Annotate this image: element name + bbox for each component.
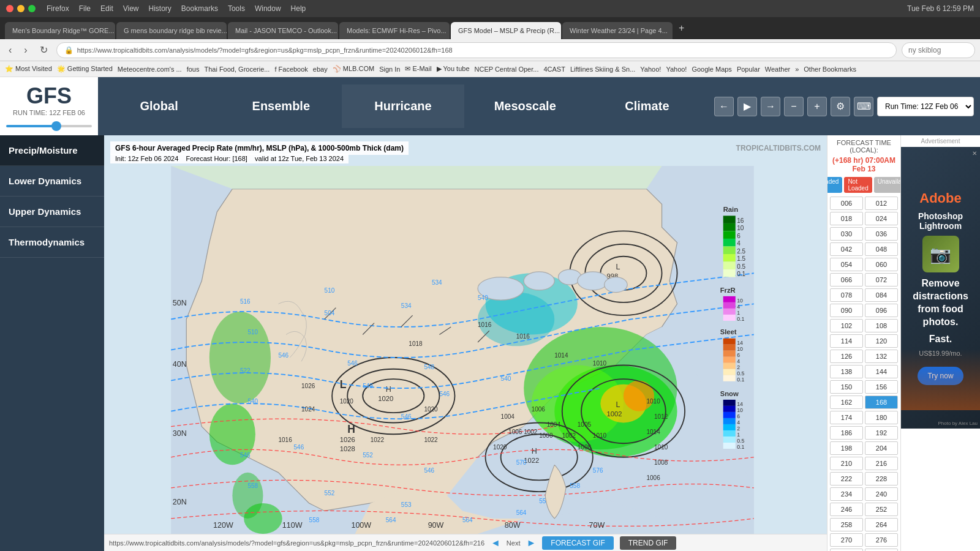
nav-global[interactable]: Global — [98, 84, 220, 128]
bookmark-liftlines[interactable]: Liftlines Skiing & Sn... — [570, 66, 635, 73]
nav-ensemble[interactable]: Ensemble — [220, 84, 342, 128]
bookmark-more[interactable]: » — [795, 66, 799, 73]
status-not-loaded[interactable]: Not Loaded — [844, 177, 872, 193]
time-cell-282[interactable]: 282 — [830, 549, 863, 551]
prev-arrow[interactable]: ◄ — [491, 538, 500, 549]
tab-5[interactable]: Winter Weather 23/24 | Page 4... ✕ — [562, 22, 673, 39]
tab-1[interactable]: G mens boundary ridge bib revie... ✕ — [116, 22, 227, 39]
bookmark-yahoo2[interactable]: Yahoo! — [666, 66, 687, 73]
menu-bookmarks[interactable]: Bookmarks — [181, 4, 218, 13]
bookmark-thai[interactable]: Thai Food, Grocerie... — [204, 66, 270, 73]
time-cell-216[interactable]: 216 — [865, 457, 898, 470]
bookmark-mlb[interactable]: ⚾ MLB.COM — [333, 65, 374, 73]
time-cell-138[interactable]: 138 — [830, 365, 863, 378]
bookmark-meteo[interactable]: Meteocentre.com's ... — [118, 66, 182, 73]
time-cell-204[interactable]: 204 — [865, 441, 898, 455]
time-cell-090[interactable]: 090 — [830, 304, 863, 317]
sidebar-item-lower-dynamics[interactable]: Lower Dynamics — [0, 166, 104, 197]
time-cell-246[interactable]: 246 — [830, 503, 863, 516]
menu-file[interactable]: File — [79, 4, 91, 13]
minimize-window-btn[interactable] — [17, 5, 24, 12]
time-cell-192[interactable]: 192 — [865, 426, 898, 440]
tab-4[interactable]: GFS Model – MSLP & Precip (R... ✕ — [451, 22, 561, 39]
time-cell-252[interactable]: 252 — [865, 503, 898, 516]
run-time-select[interactable]: Run Time: 12Z Feb 06 Run Time: 06Z Feb 0… — [877, 97, 974, 116]
time-cell-126[interactable]: 126 — [830, 350, 863, 363]
bookmark-4cast[interactable]: 4CAST — [543, 66, 565, 73]
time-cell-054[interactable]: 054 — [830, 258, 863, 271]
settings-button[interactable]: ⚙ — [831, 97, 850, 116]
time-cell-024[interactable]: 024 — [865, 212, 898, 225]
time-cell-120[interactable]: 120 — [865, 334, 898, 348]
time-cell-114[interactable]: 114 — [830, 334, 863, 348]
forward-button[interactable]: › — [20, 43, 31, 57]
time-cell-036[interactable]: 036 — [865, 227, 898, 241]
keyboard-button[interactable]: ⌨ — [854, 97, 873, 116]
sidebar-item-upper-dynamics[interactable]: Upper Dynamics — [0, 197, 104, 227]
time-cell-102[interactable]: 102 — [830, 319, 863, 332]
bookmark-youtube[interactable]: ▶ You tube — [437, 65, 470, 73]
bookmark-email[interactable]: ✉ E-Mail — [405, 65, 431, 73]
time-cell-270[interactable]: 270 — [830, 533, 863, 547]
time-cell-234[interactable]: 234 — [830, 487, 863, 501]
time-cell-198[interactable]: 198 — [830, 441, 863, 455]
bookmark-getting-started[interactable]: 🌟 Getting Started — [57, 65, 113, 73]
bookmark-facebook[interactable]: f Facebook — [274, 66, 307, 73]
time-cell-042[interactable]: 042 — [830, 242, 863, 256]
maximize-window-btn[interactable] — [28, 5, 36, 12]
bookmark-fous[interactable]: fous — [187, 66, 200, 73]
menu-edit[interactable]: Edit — [100, 4, 113, 13]
time-cell-108[interactable]: 108 — [865, 319, 898, 332]
forecast-gif-button[interactable]: FORECAST GIF — [542, 536, 613, 550]
time-cell-150[interactable]: 150 — [830, 380, 863, 394]
url-bar[interactable]: 🔒 https://www.tropicaltidbits.com/analys… — [56, 42, 897, 58]
time-cell-072[interactable]: 072 — [865, 273, 898, 287]
zoom-in-button[interactable]: + — [807, 97, 827, 116]
tab-0[interactable]: Men's Boundary Ridge™ GORE... ✕ — [5, 22, 115, 39]
bookmark-weather[interactable]: Weather — [765, 66, 790, 73]
menu-window[interactable]: Window — [255, 4, 281, 13]
back-button[interactable]: ‹ — [5, 43, 15, 57]
time-cell-132[interactable]: 132 — [865, 350, 898, 363]
new-tab-button[interactable]: + — [674, 23, 689, 34]
time-cell-012[interactable]: 012 — [865, 197, 898, 210]
time-cell-060[interactable]: 060 — [865, 258, 898, 271]
bookmark-popular[interactable]: Popular — [737, 66, 760, 73]
close-window-btn[interactable] — [6, 5, 13, 12]
time-cell-084[interactable]: 084 — [865, 288, 898, 302]
tab-2[interactable]: Mail - JASON TEMCO - Outlook... ✕ — [228, 22, 338, 39]
time-cell-174[interactable]: 174 — [830, 411, 863, 424]
time-cell-228[interactable]: 228 — [865, 472, 898, 485]
time-cell-156[interactable]: 156 — [865, 380, 898, 394]
bookmark-most-visited[interactable]: ⭐ Most Visited — [5, 65, 52, 73]
time-cell-096[interactable]: 096 — [865, 304, 898, 317]
time-cell-168[interactable]: 168 — [865, 395, 898, 409]
bookmark-other[interactable]: Other Bookmarks — [804, 66, 856, 73]
time-cell-264[interactable]: 264 — [865, 518, 898, 531]
time-cell-288[interactable]: 288 — [865, 549, 898, 551]
bookmark-google-maps[interactable]: Google Maps — [692, 66, 731, 73]
menu-view[interactable]: View — [123, 4, 139, 13]
back-frame-button[interactable]: ← — [714, 97, 734, 116]
time-cell-258[interactable]: 258 — [830, 518, 863, 531]
time-cell-210[interactable]: 210 — [830, 457, 863, 470]
sidebar-item-thermodynamics[interactable]: Thermodynamics — [0, 227, 104, 258]
next-arrow[interactable]: ► — [526, 538, 536, 549]
sidebar-item-precip[interactable]: Precip/Moisture — [0, 135, 104, 166]
status-loaded[interactable]: Loaded — [827, 177, 842, 193]
time-cell-240[interactable]: 240 — [865, 487, 898, 501]
menu-firefox[interactable]: Firefox — [47, 4, 69, 13]
play-button[interactable]: ▶ — [737, 97, 757, 116]
time-cell-276[interactable]: 276 — [865, 533, 898, 547]
time-cell-066[interactable]: 066 — [830, 273, 863, 287]
next-label[interactable]: Next — [507, 539, 521, 547]
nav-climate[interactable]: Climate — [586, 84, 708, 128]
time-slider[interactable] — [6, 125, 92, 127]
tab-3[interactable]: Models: ECMWF Hi-Res – Pivo... ✕ — [339, 22, 450, 39]
time-cell-006[interactable]: 006 — [830, 197, 863, 210]
trend-gif-button[interactable]: TREND GIF — [620, 536, 677, 550]
ad-close-icon[interactable]: ✕ — [972, 150, 977, 157]
bookmark-ncep[interactable]: NCEP Central Oper... — [475, 66, 539, 73]
time-cell-162[interactable]: 162 — [830, 395, 863, 409]
bookmark-signin[interactable]: Sign In — [379, 66, 400, 73]
